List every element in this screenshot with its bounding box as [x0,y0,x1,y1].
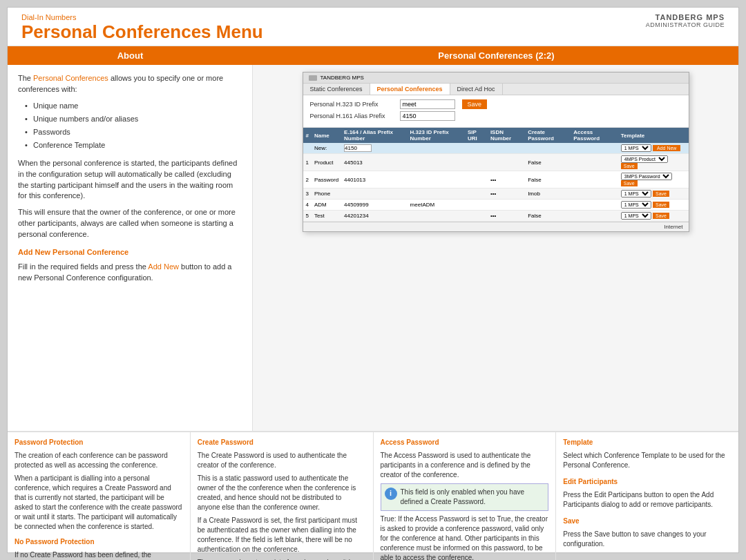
cell-access-pw-5 [571,211,618,222]
col-access-pw: Access Password [571,128,618,143]
form-save-button[interactable]: Save [462,99,488,109]
true-label: True: [381,515,396,523]
add-new-section: Add New Personal Conference Fill in the … [18,247,242,284]
add-new-text: Fill in the required fields and press th… [18,262,242,284]
col-num: # [303,128,312,143]
cell-h323-4: meetADM [408,200,465,211]
cell-h323-2 [408,171,465,189]
bullet-item-3: Passwords [25,127,242,138]
add-new-link: Add New [148,262,179,271]
annotation-password-protection: Password Protection The creation of each… [8,432,191,560]
logo-sub: ADMINISTRATOR GUIDE [646,21,725,28]
personal-conferences-header: Personal Conferences (2:2) [254,46,738,65]
table-row-1: 1 Product 445013 False [303,154,689,171]
cell-h323-5 [408,211,465,222]
browser-icon [309,75,317,81]
edit-participants-text: Press the Edit Participans button to ope… [563,490,731,510]
form-label-1: Personal H.323 ID Prefix [310,101,400,108]
tab-static-conferences[interactable]: Static Conferences [303,84,370,95]
ie-bar: Internet [303,222,689,231]
cell-isdn-5: ••• [488,211,525,222]
annotation-area: Password Protection The creation of each… [8,431,738,560]
cell-isdn-4 [488,200,525,211]
cell-num-5: 5 [303,211,312,222]
no-pw-title: No Password Protection [15,537,183,547]
cell-template-0: 1 MPS Add New [618,143,689,154]
cell-sip-0 [465,143,488,154]
template-select-5[interactable]: 1 MPS [621,212,651,220]
tab-personal-conferences[interactable]: Personal Conferences [370,84,450,95]
pw-title: Password Protection [15,438,183,447]
add-new-title: Add New Personal Conference [18,247,242,258]
cell-sip-1 [465,154,488,171]
cell-e164-5: 44201234 [341,211,408,222]
form-input-2[interactable] [400,111,455,121]
cell-sip-5 [465,211,488,222]
create-pw-text2: This is a static password used to authen… [198,474,366,512]
annotation-create-password: Create Password The Create Password is u… [191,432,374,560]
cell-template-3: 1 MPS Save [618,189,689,200]
template-title: Template [563,438,731,447]
cell-num-2: 2 [303,171,312,189]
access-true-text: True: If the Access Password is set to T… [381,514,549,560]
personal-conferences-link: Personal Conferences [33,74,108,82]
cell-name-3: Phone [312,189,341,200]
header-subtitle: Dial-In Numbers [21,13,725,21]
add-new-button[interactable]: Add New [653,145,680,151]
template-select-4[interactable]: 1 MPS [621,201,651,209]
cell-h323-1 [408,154,465,171]
save-btn-4[interactable]: Save [653,202,669,208]
edit-participants-link: Edit Participans [594,491,642,499]
save-btn-2[interactable]: Save [621,180,638,186]
edit-participants-title: Edit Participants [563,477,731,487]
screenshot-form: Personal H.323 ID Prefix Save Personal H… [303,95,689,128]
intro-text: The Personal Conferences allows you to s… [18,73,242,95]
form-input-1[interactable] [400,99,455,109]
create-pw-text3: If a Create Password is set, the first p… [198,516,366,554]
pw-text2: When a participant is dialling into a pe… [15,474,183,532]
bullet-item-1: Unique name [25,101,242,112]
template-select-1[interactable]: 4MPS Product [621,155,668,163]
col-h323: H.323 ID Prefix Number [408,128,465,143]
template-select-2[interactable]: 3MPS Password [621,173,672,180]
save-title: Save [563,516,731,526]
info-text: This field is only enabled when you have… [401,487,545,507]
cell-create-pw-2: False [525,171,571,189]
cell-name-2: Password [312,171,341,189]
cell-e164-0 [341,143,408,154]
content-area: The Personal Conferences allows you to s… [8,65,738,431]
section-headers: About Personal Conferences (2:2) [8,46,738,65]
form-row-2: Personal H.161 Alias Prefix [310,111,682,121]
table-row-2: 2 Password 4401013 ••• False [303,171,689,189]
cell-sip-4 [465,200,488,211]
header-title: Personal Conferences Menu [21,21,725,43]
cell-template-4: 1 MPS Save [618,200,689,211]
table-container: # Name E.164 / Alias Prefix Number H.323… [303,128,689,222]
page-header: Dial-In Numbers Personal Conferences Men… [8,8,738,46]
template-select-new[interactable]: 1 MPS [621,144,651,152]
access-pw-text1: The Access Password is used to authentic… [381,451,549,480]
para2: This will ensure that the owner of the c… [18,207,242,240]
table-row-4: 4 ADM 44509999 meetADM [303,200,689,211]
col-sip: SIP URI [465,128,488,143]
cell-template-1: 4MPS Product Save [618,154,689,171]
save-btn-5[interactable]: Save [653,213,669,219]
cell-isdn-2: ••• [488,171,525,189]
edit-participants-section: Edit Participants Press the Edit Partici… [563,477,731,510]
browser-bar: TANDBERG MPS [303,73,689,84]
bullet-item-4: Conference Template [25,140,242,151]
save-btn-3[interactable]: Save [653,191,669,197]
tab-direct-adhoc[interactable]: Direct Ad Hoc [450,84,503,95]
save-btn-1[interactable]: Save [621,163,638,169]
template-text1: Select which Conference Template to be u… [563,451,731,470]
cell-create-pw-3: Imob [525,189,571,200]
cell-access-pw-4 [571,200,618,211]
right-panel-inner: TANDBERG MPS Static Conferences Personal… [260,72,731,232]
form-label-2: Personal H.161 Alias Prefix [310,113,400,119]
template-select-3[interactable]: 1 MPS [621,190,651,197]
cell-access-pw-0 [571,143,618,154]
main-wrapper: Dial-In Numbers Personal Conferences Men… [7,7,739,553]
new-e164-input[interactable] [344,144,372,152]
cell-num-3: 3 [303,189,312,200]
annotation-access-password: Access Password The Access Password is u… [374,432,557,560]
